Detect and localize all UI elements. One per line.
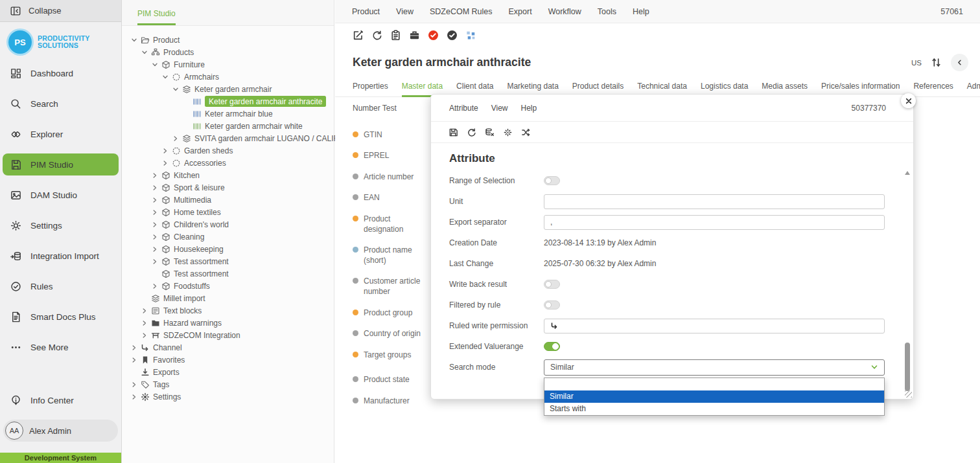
tree-node[interactable]: Home textiles	[122, 206, 334, 218]
attribute-item[interactable]: Customer article number	[353, 277, 432, 297]
menu-product[interactable]: Product	[352, 7, 380, 16]
menu-sdzecom-rules[interactable]: SDZeCOM Rules	[430, 7, 493, 16]
user-menu[interactable]: AA Alex Admin	[3, 420, 118, 442]
sidebar-item-integration-import[interactable]: Integration Import	[3, 245, 119, 267]
chevron-right-icon[interactable]	[152, 246, 158, 253]
dialog-scrollbar[interactable]	[904, 171, 911, 394]
tab-pim-studio[interactable]: PIM Studio	[137, 9, 176, 25]
tab-properties[interactable]: Properties	[353, 82, 388, 97]
tree-node[interactable]: Test assortment	[122, 255, 334, 267]
sidebar-item-search[interactable]: Search	[3, 93, 119, 115]
tree-node[interactable]: Tags	[122, 378, 334, 390]
menu-workflow[interactable]: Workflow	[548, 7, 581, 16]
undo-icon[interactable]	[467, 128, 476, 137]
dialog-menu-attribute[interactable]: Attribute	[449, 104, 478, 113]
attribute-item[interactable]: Product state	[353, 375, 432, 385]
attribute-item[interactable]: Product name (short)	[353, 245, 432, 265]
scroll-up-icon[interactable]	[905, 171, 910, 175]
menu-help[interactable]: Help	[633, 7, 649, 16]
edit-icon[interactable]	[353, 30, 364, 41]
chevron-right-icon[interactable]	[131, 344, 137, 351]
input-unit[interactable]	[544, 194, 885, 209]
tree-node[interactable]: Keter garden armchair	[122, 83, 334, 95]
chevron-right-icon[interactable]	[141, 320, 148, 326]
select-search-mode[interactable]: Similar SimilarStarts with	[544, 359, 885, 376]
tree-node[interactable]: Sport & leisure	[122, 181, 334, 194]
chevron-down-icon[interactable]	[131, 37, 137, 43]
sliders-icon[interactable]	[931, 57, 942, 68]
tree-node[interactable]: Kitchen	[122, 169, 334, 181]
tree-node[interactable]: Favorites	[122, 354, 334, 366]
chevron-right-icon[interactable]	[152, 283, 158, 289]
toggle-write-back-result[interactable]	[544, 280, 560, 289]
chevron-right-icon[interactable]	[172, 135, 179, 142]
toggle-range-of-selection[interactable]	[544, 176, 560, 185]
sidebar-item-pim-studio[interactable]: PIM Studio	[3, 153, 119, 175]
db-remove-icon[interactable]	[485, 128, 495, 137]
tree-node[interactable]: Text blocks	[122, 304, 334, 317]
chevron-right-icon[interactable]	[131, 394, 137, 400]
tree-node[interactable]: SVITA garden armchair LUGANO / CALIFORNI…	[122, 132, 334, 144]
sidebar-item-smart-docs-plus[interactable]: Smart Docs Plus	[3, 306, 119, 328]
tab-administration[interactable]: Administration	[967, 82, 980, 97]
tree-node[interactable]: Settings	[122, 390, 334, 403]
undo-icon[interactable]	[371, 30, 382, 41]
attribute-item[interactable]: EPREL	[353, 151, 432, 161]
attribute-item[interactable]: EAN	[353, 193, 432, 203]
tree-node[interactable]: Hazard warnings	[122, 317, 334, 329]
tree-node[interactable]: Exports	[122, 366, 334, 378]
attribute-item[interactable]: Number Test	[353, 104, 432, 114]
sidebar-item-info-center[interactable]: Info Center	[3, 389, 119, 411]
tree-node[interactable]: Multimedia	[122, 194, 334, 206]
menu-view[interactable]: View	[396, 7, 414, 16]
attribute-item[interactable]: Product group	[353, 308, 432, 319]
sidebar-item-see-more[interactable]: See More	[3, 336, 119, 358]
tree-node[interactable]: Channel	[122, 341, 334, 354]
collapse-panel-button[interactable]	[951, 54, 968, 71]
chevron-right-icon[interactable]	[152, 197, 158, 203]
attribute-item[interactable]: Target groups	[353, 350, 432, 361]
chevron-right-icon[interactable]	[131, 357, 137, 363]
sidebar-item-settings[interactable]: Settings	[3, 214, 119, 236]
collapse-button[interactable]: Collapse	[0, 0, 121, 22]
tab-references[interactable]: References	[913, 82, 953, 97]
tree-node[interactable]: Keter armchair blue	[122, 107, 334, 120]
tree-node[interactable]: Millet import	[122, 292, 334, 304]
spark-icon[interactable]	[503, 128, 513, 137]
attribute-item[interactable]: Country of origin	[353, 329, 432, 339]
scrollbar-thumb[interactable]	[905, 343, 910, 391]
chevron-right-icon[interactable]	[152, 172, 158, 179]
briefcase-icon[interactable]	[409, 30, 420, 41]
locale-label[interactable]: US	[911, 59, 922, 67]
menu-export[interactable]: Export	[509, 7, 532, 16]
attribute-item[interactable]: Manufacturer	[353, 396, 432, 407]
tree-node[interactable]: Furniture	[122, 58, 334, 71]
chevron-right-icon[interactable]	[152, 185, 158, 191]
toggle-extended-valuerange[interactable]	[544, 342, 560, 351]
input-export-separator[interactable]: ,	[544, 215, 885, 230]
tree-node[interactable]: Children's world	[122, 218, 334, 231]
chevron-right-icon[interactable]	[131, 381, 137, 388]
sidebar-item-dam-studio[interactable]: DAM Studio	[3, 184, 119, 206]
shuffle-icon[interactable]	[521, 128, 531, 137]
clipboard-icon[interactable]	[390, 30, 401, 41]
tree-node[interactable]: Test assortment	[122, 267, 334, 280]
menu-tools[interactable]: Tools	[598, 7, 616, 16]
tree-node[interactable]: Armchairs	[122, 71, 334, 83]
dropdown-option[interactable]: Similar	[544, 390, 884, 403]
attribute-item[interactable]: GTIN	[353, 130, 432, 141]
dark-check-icon[interactable]	[447, 30, 458, 41]
input-ruled-write-permission[interactable]	[544, 319, 885, 333]
chevron-down-icon[interactable]	[162, 74, 169, 80]
chevron-right-icon[interactable]	[141, 332, 148, 339]
tree-node[interactable]: Keter garden armchair white	[122, 120, 334, 132]
tree-node[interactable]: SDZeCOM Integration	[122, 329, 334, 341]
chevron-right-icon[interactable]	[152, 234, 158, 240]
chevron-down-icon[interactable]	[152, 62, 158, 68]
dropdown-option[interactable]	[544, 378, 884, 390]
close-button[interactable]	[901, 93, 916, 108]
chevron-right-icon[interactable]	[162, 148, 169, 154]
tree-node[interactable]: Housekeeping	[122, 243, 334, 255]
tree-node[interactable]: Garden sheds	[122, 144, 334, 157]
sidebar-item-rules[interactable]: Rules	[3, 275, 119, 297]
